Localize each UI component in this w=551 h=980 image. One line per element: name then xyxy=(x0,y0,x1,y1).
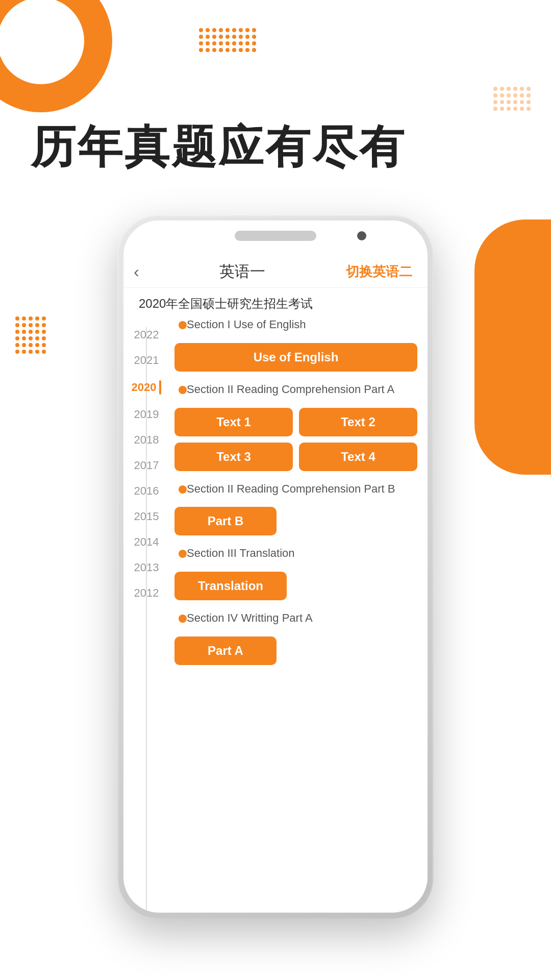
year-2021[interactable]: 2021 xyxy=(134,355,159,366)
app-title: 英语一 xyxy=(219,261,265,282)
year-2019[interactable]: 2019 xyxy=(134,409,159,420)
phone-camera xyxy=(357,231,366,240)
year-2017[interactable]: 2017 xyxy=(134,460,159,471)
sections-panel: Section I Use of English Use of English … xyxy=(169,317,428,912)
exam-title: 2020年全国硕士研究生招生考试 xyxy=(123,288,428,317)
phone-notch xyxy=(123,220,428,251)
use-of-english-button[interactable]: Use of English xyxy=(174,343,417,372)
bg-dots-left-mid xyxy=(15,316,46,354)
section-writing-a: Section IV Writting Part A Part A xyxy=(174,610,417,665)
section4-label: Section III Translation xyxy=(187,546,295,561)
section-use-of-english: Section I Use of English Use of English xyxy=(174,317,417,372)
year-2016[interactable]: 2016 xyxy=(134,485,159,497)
year-2015[interactable]: 2015 xyxy=(134,511,159,522)
section3-buttons: Part B xyxy=(174,507,417,535)
section1-label: Section I Use of English xyxy=(187,317,306,333)
text2-button[interactable]: Text 2 xyxy=(299,408,417,436)
section1-dot xyxy=(179,321,187,329)
content-area: 2022 2021 2020 2019 2018 xyxy=(123,317,428,912)
part-a-button[interactable]: Part A xyxy=(174,636,277,665)
section3-dot xyxy=(179,485,187,494)
phone-mockup: ‹ 英语一 切换英语二 2020年全国硕士研究生招生考试 2022 xyxy=(117,214,434,919)
bg-blob-right xyxy=(474,219,551,475)
section5-buttons: Part A xyxy=(174,636,417,665)
section3-label: Section II Reading Comprehension Part B xyxy=(187,481,395,497)
text4-button[interactable]: Text 4 xyxy=(299,443,417,471)
year-sidebar: 2022 2021 2020 2019 2018 xyxy=(123,317,169,912)
year-2013[interactable]: 2013 xyxy=(134,562,159,573)
page-main-title: 历年真题应有尽有 xyxy=(31,122,406,172)
section-reading-a: Section II Reading Comprehension Part A … xyxy=(174,382,417,471)
year-2012[interactable]: 2012 xyxy=(134,587,159,599)
part-b-button[interactable]: Part B xyxy=(174,507,277,535)
app-header: ‹ 英语一 切换英语二 xyxy=(123,251,428,288)
bg-circle-top-left xyxy=(0,0,112,112)
section1-buttons: Use of English xyxy=(174,343,417,372)
text1-button[interactable]: Text 1 xyxy=(174,408,293,436)
phone-outer: ‹ 英语一 切换英语二 2020年全国硕士研究生招生考试 2022 xyxy=(117,214,434,919)
section5-label: Section IV Writting Part A xyxy=(187,610,313,626)
section2-dot xyxy=(179,386,187,394)
year-2014[interactable]: 2014 xyxy=(134,536,159,548)
section4-buttons: Translation xyxy=(174,572,417,600)
section-translation: Section III Translation Translation xyxy=(174,546,417,600)
section-reading-b: Section II Reading Comprehension Part B … xyxy=(174,481,417,536)
year-2020-active[interactable]: 2020 xyxy=(132,380,162,395)
phone-content: ‹ 英语一 切换英语二 2020年全国硕士研究生招生考试 2022 xyxy=(123,251,428,913)
switch-language-button[interactable]: 切换英语二 xyxy=(346,263,412,281)
year-2018[interactable]: 2018 xyxy=(134,434,159,446)
bg-dots-top-center xyxy=(199,28,256,52)
section2-label: Section II Reading Comprehension Part A xyxy=(187,382,394,398)
phone-inner: ‹ 英语一 切换英语二 2020年全国硕士研究生招生考试 2022 xyxy=(123,220,428,913)
text3-button[interactable]: Text 3 xyxy=(174,443,293,471)
back-button[interactable]: ‹ xyxy=(134,262,139,281)
section2-buttons: Text 1 Text 2 Text 3 Text 4 xyxy=(174,408,417,471)
phone-speaker xyxy=(235,231,316,241)
section5-dot xyxy=(179,615,187,623)
translation-button[interactable]: Translation xyxy=(174,572,287,600)
bg-dots-top-right xyxy=(493,87,531,111)
section4-dot xyxy=(179,550,187,558)
year-2022[interactable]: 2022 xyxy=(134,329,159,340)
